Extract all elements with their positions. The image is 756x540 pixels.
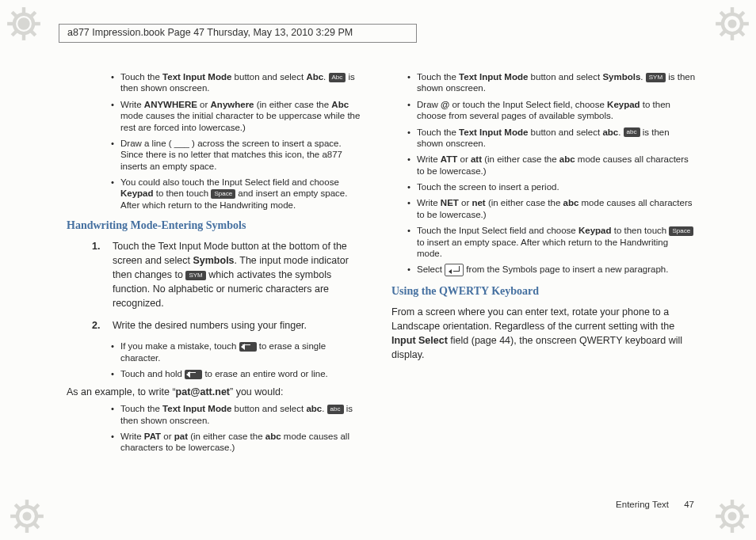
list-item: You could also touch the Input Select fi… bbox=[111, 177, 366, 211]
crop-mark-header: a877 Impression.book Page 47 Thursday, M… bbox=[59, 24, 417, 43]
text: mode causes the initial character to be … bbox=[120, 111, 360, 131]
svg-rect-1 bbox=[22, 7, 25, 13]
svg-rect-32 bbox=[731, 500, 734, 506]
svg-rect-35 bbox=[743, 515, 749, 518]
footer-section: Entering Text bbox=[616, 500, 669, 509]
text: Text Input Mode bbox=[459, 72, 528, 82]
text: Keypad bbox=[578, 226, 612, 235]
list-item: Touch the Text Input Mode button and sel… bbox=[111, 71, 366, 94]
text: button and select bbox=[231, 72, 306, 82]
text: Write bbox=[417, 154, 441, 164]
section-heading-qwerty: Using the QWERTY Keyboard bbox=[391, 284, 696, 299]
text: button and select bbox=[528, 127, 602, 137]
list-item: Write PAT or pat (in either case the abc… bbox=[111, 431, 366, 454]
gear-icon bbox=[715, 499, 750, 534]
text: Write bbox=[417, 198, 441, 207]
text: Select bbox=[417, 264, 445, 274]
text: @ bbox=[441, 100, 449, 109]
text: Touch the bbox=[417, 72, 459, 82]
list-item: Touch the screen to insert a period. bbox=[407, 181, 696, 192]
backspace-key-icon bbox=[239, 342, 257, 352]
abc-lower-key-icon: abc bbox=[327, 405, 344, 414]
corner-ornament-top-right bbox=[715, 6, 750, 41]
text: Write bbox=[120, 432, 144, 441]
gear-icon bbox=[6, 6, 41, 41]
corner-ornament-bottom-right bbox=[715, 499, 750, 534]
text: From a screen where you can enter text, … bbox=[391, 306, 674, 332]
text: Keypad bbox=[120, 188, 154, 198]
text: You could also touch the Input Select fi… bbox=[120, 177, 339, 187]
svg-rect-14 bbox=[716, 22, 722, 25]
text: . bbox=[323, 72, 328, 82]
text: Abc bbox=[306, 72, 323, 82]
text: or bbox=[197, 100, 211, 109]
example-intro: As an example, to write “pat@att.net” yo… bbox=[67, 386, 366, 399]
backspace-key-icon bbox=[185, 370, 202, 379]
step-number: 2. bbox=[92, 318, 100, 333]
svg-rect-4 bbox=[34, 22, 40, 25]
list-item: If you make a mistake, touch to erase a … bbox=[111, 340, 366, 363]
text: net bbox=[472, 198, 485, 207]
text: (in either case the bbox=[188, 432, 265, 441]
svg-rect-15 bbox=[743, 22, 749, 25]
text: Symbols bbox=[193, 255, 234, 266]
text: Anywhere bbox=[211, 100, 254, 109]
space-key-icon: Space bbox=[669, 226, 693, 236]
list-item: Touch and hold to erase an entire word o… bbox=[111, 368, 366, 379]
step-2: 2. Write the desired numbers using your … bbox=[92, 318, 366, 333]
text: abc bbox=[602, 127, 618, 137]
footer-page-number: 47 bbox=[684, 500, 694, 509]
list-item: Write ATT or att (in either case the abc… bbox=[407, 154, 696, 177]
svg-point-21 bbox=[23, 512, 32, 521]
text: . bbox=[640, 72, 645, 82]
corner-ornament-top-left bbox=[6, 6, 41, 41]
text: Touch the Input Select field and choose bbox=[417, 226, 578, 235]
text: ” you would: bbox=[230, 386, 283, 397]
text: Touch the bbox=[120, 404, 162, 413]
list-item: Touch the Text Input Mode button and sel… bbox=[111, 403, 366, 426]
text: abc bbox=[306, 404, 322, 413]
text: abc bbox=[265, 432, 281, 441]
text: or touch the Input Select field, choose bbox=[449, 100, 607, 109]
text: Text Input Mode bbox=[459, 127, 528, 137]
enter-key-icon bbox=[445, 264, 464, 276]
svg-rect-2 bbox=[22, 34, 25, 40]
text: ATT bbox=[441, 154, 458, 164]
text: If you make a mistake, touch bbox=[120, 341, 239, 351]
text: Input Select bbox=[391, 335, 448, 346]
abc-lower-key-icon: abc bbox=[624, 127, 640, 137]
text: Symbols bbox=[602, 72, 640, 82]
gear-icon bbox=[715, 6, 750, 41]
text: (in either case the bbox=[482, 154, 559, 164]
list-item: Touch the Text Input Mode button and sel… bbox=[407, 127, 696, 150]
text: att bbox=[471, 154, 482, 164]
text: NET bbox=[441, 198, 459, 207]
text: abc bbox=[563, 198, 579, 207]
step-1: 1. Touch the Text Input Mode button at t… bbox=[92, 239, 366, 311]
svg-rect-23 bbox=[25, 527, 29, 533]
list-item: Write ANYWHERE or Anywhere (in either ca… bbox=[111, 99, 366, 133]
text: to then touch bbox=[154, 188, 212, 198]
text: (in either case the bbox=[254, 100, 332, 109]
svg-rect-22 bbox=[25, 500, 29, 506]
svg-rect-25 bbox=[37, 515, 44, 518]
text: . bbox=[618, 127, 623, 137]
text: abc bbox=[559, 154, 575, 164]
qwerty-paragraph: From a screen where you can enter text, … bbox=[391, 305, 696, 363]
space-key-icon: Space bbox=[211, 189, 235, 199]
text: Touch the screen to insert a period. bbox=[417, 182, 559, 192]
svg-rect-34 bbox=[716, 515, 722, 518]
text: . bbox=[322, 404, 326, 413]
text: or bbox=[457, 154, 471, 164]
svg-rect-12 bbox=[731, 7, 734, 13]
sym-key-icon: SYM bbox=[185, 271, 205, 280]
list-item: Select from the Symbols page to insert a… bbox=[407, 264, 696, 276]
text: Draw a line ( ___ ) across the screen to… bbox=[120, 139, 342, 171]
list-item: Draw @ or touch the Input Select field, … bbox=[407, 99, 696, 122]
text: or bbox=[459, 198, 472, 207]
corner-ornament-bottom-left bbox=[10, 499, 44, 534]
svg-point-0 bbox=[17, 17, 29, 29]
text: Touch the bbox=[120, 72, 162, 82]
left-column: Touch the Text Input Mode button and sel… bbox=[62, 71, 366, 460]
svg-point-31 bbox=[728, 512, 737, 521]
